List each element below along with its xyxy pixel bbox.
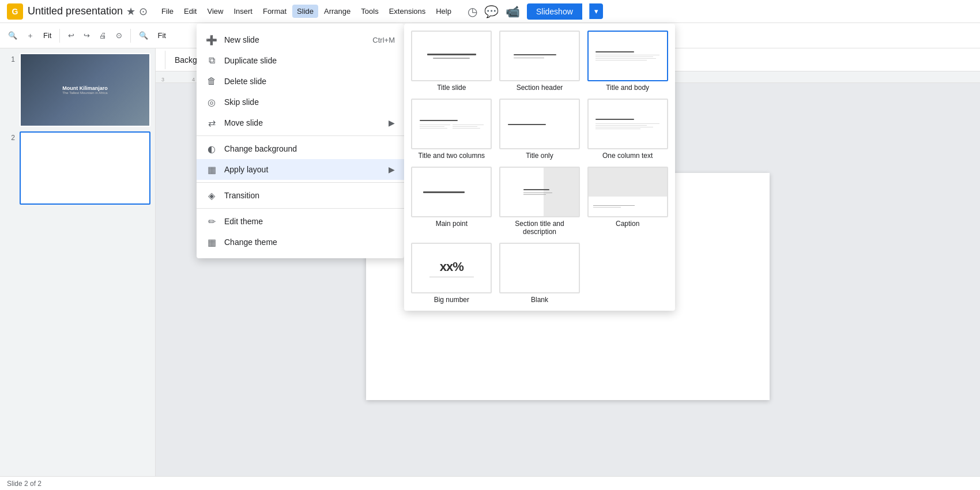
menu-insert[interactable]: Insert	[229, 5, 257, 18]
menu-new-slide[interactable]: ➕ New slide Ctrl+M	[197, 29, 404, 50]
layout-label-section-header: Section header	[517, 84, 563, 92]
layout-label-title-two-columns: Title and two columns	[419, 152, 485, 160]
layout-label-section-title-desc: Section title and description	[499, 220, 581, 236]
menu-transition[interactable]: ◈ Transition	[197, 185, 404, 206]
layout-label-blank: Blank	[531, 296, 548, 304]
menu-format[interactable]: Format	[258, 5, 291, 18]
menu-skip-slide[interactable]: ◎ Skip slide	[197, 92, 404, 112]
transition-label: Transition	[224, 191, 259, 200]
app-icon: G	[7, 3, 23, 20]
apply-layout-arrow: ▶	[389, 165, 395, 174]
layout-one-column-text[interactable]: One column text	[587, 99, 668, 160]
slide-preview-1[interactable]: Mount Kilimanjaro The Tallest Mountain i…	[20, 53, 150, 127]
layout-caption[interactable]: Caption	[587, 167, 668, 236]
duplicate-slide-label: Duplicate slide	[224, 56, 277, 65]
change-background-label: Change background	[224, 144, 297, 153]
menu-change-background[interactable]: ◐ Change background	[197, 138, 404, 159]
zoom-percentage[interactable]: Fit	[154, 29, 169, 42]
layout-section-header[interactable]: Section header	[499, 31, 581, 92]
layout-label-caption: Caption	[616, 220, 639, 228]
menu-help[interactable]: Help	[431, 5, 456, 18]
menu-arrange[interactable]: Arrange	[319, 5, 355, 18]
history-icon[interactable]: ◷	[468, 5, 477, 18]
layout-thumb-title-two-columns[interactable]	[411, 99, 492, 149]
menu-extensions[interactable]: Extensions	[385, 5, 431, 18]
delete-slide-label: Delete slide	[224, 77, 266, 86]
zoom-add-btn[interactable]: ＋	[23, 28, 37, 43]
slides-panel: 1 Mount Kilimanjaro The Tallest Mountain…	[0, 48, 156, 490]
layout-thumb-section-title-desc[interactable]	[499, 167, 580, 217]
slideshow-button[interactable]: Slideshow	[527, 3, 582, 20]
print-btn[interactable]: 🖨	[96, 29, 110, 42]
menu-view[interactable]: View	[202, 5, 228, 18]
layout-submenu: Title slide Section header	[404, 24, 675, 311]
layout-label-title-slide: Title slide	[437, 84, 466, 92]
skip-slide-label: Skip slide	[224, 97, 259, 107]
change-background-icon: ◐	[206, 143, 217, 154]
menu-apply-layout[interactable]: ▦ Apply layout ▶	[197, 159, 404, 180]
layout-thumb-blank[interactable]	[499, 243, 580, 293]
new-slide-label: New slide	[224, 35, 259, 44]
change-theme-icon: ▦	[206, 236, 217, 248]
new-slide-icon: ➕	[206, 34, 217, 46]
status-bar: Slide 2 of 2	[0, 476, 980, 490]
layout-big-number[interactable]: xx% Big number	[411, 243, 492, 304]
menu-file[interactable]: File	[157, 5, 178, 18]
layout-thumb-caption[interactable]	[587, 167, 668, 217]
menu-slide[interactable]: Slide	[292, 5, 318, 18]
menu-bar: File Edit View Insert Format Slide Arran…	[157, 5, 456, 18]
menu-edit[interactable]: Edit	[179, 5, 201, 18]
layout-main-point[interactable]: Main point	[411, 167, 492, 236]
toolbar-divider-1	[59, 29, 60, 43]
layout-title-only[interactable]: Title only	[499, 99, 581, 160]
star-icon[interactable]: ★	[126, 5, 135, 18]
layout-thumb-title-only[interactable]	[499, 99, 580, 149]
layout-thumb-title-slide[interactable]	[411, 31, 492, 81]
slide-num-1: 1	[5, 53, 15, 63]
menu-change-theme[interactable]: ▦ Change theme	[197, 232, 404, 252]
zoom-fit-btn[interactable]: Fit	[40, 29, 55, 42]
zoom-icon-btn[interactable]: 🔍	[5, 29, 21, 42]
change-theme-label: Change theme	[224, 238, 277, 247]
layout-blank[interactable]: Blank	[499, 243, 581, 304]
top-bar: G Untitled presentation ★ ⊙ File Edit Vi…	[0, 0, 980, 23]
delete-slide-icon: 🗑	[206, 76, 217, 87]
layout-thumb-one-column-text[interactable]	[587, 99, 668, 149]
layout-title-and-body[interactable]: Title and body	[587, 31, 668, 92]
menu-section-2: ◐ Change background ▦ Apply layout ▶	[197, 136, 404, 183]
zoom-out-btn[interactable]: 🔍	[135, 29, 152, 42]
layout-section-title-desc[interactable]: Section title and description	[499, 167, 581, 236]
edit-theme-label: Edit theme	[224, 217, 263, 226]
menu-move-slide[interactable]: ⇄ Move slide ▶	[197, 112, 404, 133]
redo-btn[interactable]: ↪	[80, 29, 93, 42]
apply-layout-icon: ▦	[206, 164, 217, 175]
slide-thumb-1[interactable]: 1 Mount Kilimanjaro The Tallest Mountain…	[5, 53, 150, 127]
layout-thumb-main-point[interactable]	[411, 167, 492, 217]
camera-icon[interactable]: 📹	[506, 5, 520, 18]
top-right-icons: ◷ 💬 📹 Slideshow ▾	[468, 3, 603, 20]
slideshow-dropdown-button[interactable]: ▾	[589, 3, 603, 19]
undo-btn[interactable]: ↩	[65, 29, 78, 42]
duplicate-slide-icon: ⧉	[206, 55, 217, 66]
layout-title-slide[interactable]: Title slide	[411, 31, 492, 92]
toolbar-divider-2	[130, 29, 131, 43]
comment-icon[interactable]: 💬	[484, 5, 499, 18]
layout-label-title-and-body: Title and body	[606, 84, 649, 92]
edit-theme-icon: ✏	[206, 216, 217, 227]
menu-tools[interactable]: Tools	[356, 5, 383, 18]
menu-delete-slide[interactable]: 🗑 Delete slide	[197, 71, 404, 92]
slide-num-2: 2	[5, 131, 15, 142]
move-slide-icon: ⇄	[206, 117, 217, 129]
layout-thumb-big-number[interactable]: xx%	[411, 243, 492, 293]
move-slide-arrow: ▶	[389, 118, 395, 127]
slide-thumb-2[interactable]: 2	[5, 131, 150, 205]
paint-format-btn[interactable]: ⊙	[112, 29, 126, 42]
layout-title-two-columns[interactable]: Title and two columns	[411, 99, 492, 160]
save-icon[interactable]: ⊙	[139, 5, 148, 18]
layout-thumb-section-header[interactable]	[499, 31, 580, 81]
menu-duplicate-slide[interactable]: ⧉ Duplicate slide	[197, 50, 404, 71]
slide-preview-2[interactable]	[20, 131, 150, 205]
doc-title[interactable]: Untitled presentation	[28, 5, 123, 17]
menu-edit-theme[interactable]: ✏ Edit theme	[197, 211, 404, 232]
layout-thumb-title-and-body[interactable]	[587, 31, 668, 81]
